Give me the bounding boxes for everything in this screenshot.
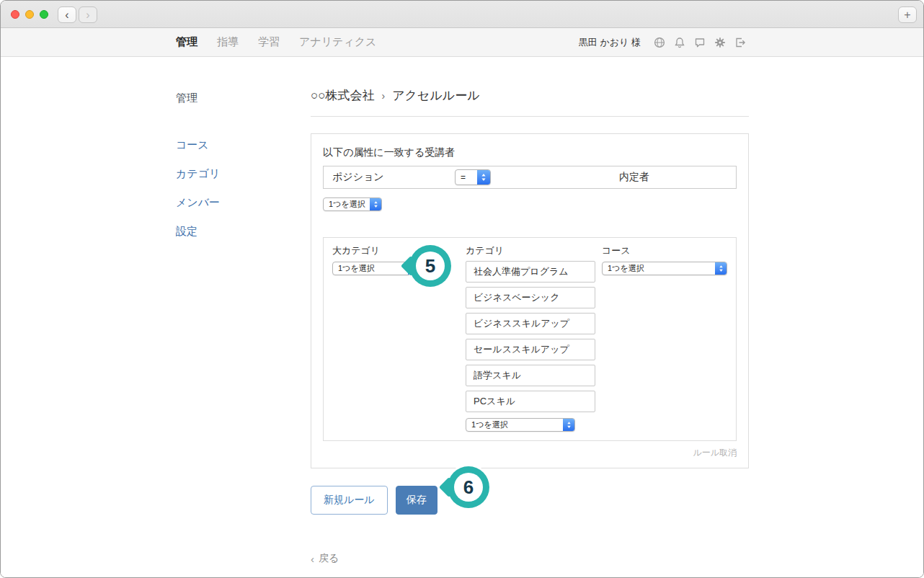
course-select[interactable]: 1つを選択 — [602, 262, 727, 275]
category-item[interactable]: PCスキル — [466, 391, 595, 412]
category-column: カテゴリ 社会人準備プログラム ビジネスベーシック ビジネススキルアップ セール… — [466, 245, 602, 432]
condition-value: 内定者 — [619, 171, 649, 184]
select-stepper-icon — [477, 170, 490, 184]
chat-icon[interactable] — [694, 37, 706, 48]
breadcrumb-company[interactable]: ○○株式会社 — [311, 87, 375, 105]
category-selection-panel: 大カテゴリ 1つを選択 カテゴリ 社会人準備プログラム ビジネスベーシック ビジ… — [323, 237, 737, 441]
minimize-window-button[interactable] — [25, 10, 34, 19]
add-condition-select[interactable]: 1つを選択 — [323, 197, 382, 211]
globe-icon[interactable] — [654, 37, 665, 48]
category-item[interactable]: ビジネススキルアップ — [466, 313, 595, 334]
select-stepper-icon — [370, 198, 381, 210]
course-column: コース 1つを選択 — [602, 245, 727, 432]
callout-step-6: 6 — [448, 466, 489, 508]
new-tab-button[interactable]: + — [898, 6, 917, 23]
condition-attribute-label: ポジション — [324, 171, 455, 184]
sidebar-title: 管理 — [176, 92, 284, 105]
nav-tab-kanri[interactable]: 管理 — [176, 35, 197, 49]
browser-forward-button[interactable]: › — [79, 6, 97, 23]
operator-select-value: = — [456, 170, 477, 184]
close-window-button[interactable] — [11, 10, 19, 19]
nav-tab-gakushuu[interactable]: 学習 — [258, 35, 280, 49]
nav-tab-shidou[interactable]: 指導 — [217, 35, 239, 49]
category-item[interactable]: 語学スキル — [466, 365, 595, 386]
breadcrumb-divider — [311, 116, 749, 117]
back-link-label: 戻る — [319, 552, 339, 565]
select-stepper-icon — [715, 262, 727, 275]
callout-step-5: 5 — [409, 245, 451, 287]
gear-icon[interactable] — [714, 37, 726, 48]
save-button[interactable]: 保存 — [396, 486, 437, 515]
action-buttons: 新規ルール 保存 — [311, 486, 749, 515]
category-select-value: 1つを選択 — [466, 419, 563, 431]
access-rule-panel: 以下の属性に一致する受講者 ポジション = 内定者 1つを選択 — [311, 133, 749, 468]
callout-number: 5 — [416, 252, 445, 280]
chevron-right-icon: › — [382, 87, 386, 105]
bell-icon[interactable] — [674, 37, 685, 48]
category-item[interactable]: セールススキルアップ — [466, 339, 595, 360]
window-controls — [11, 10, 48, 19]
large-category-select-value: 1つを選択 — [333, 262, 408, 275]
add-condition-select-value: 1つを選択 — [324, 198, 370, 210]
app-window: ‹ › + 管理 指導 学習 アナリティクス 黒田 かおり 様 — [0, 0, 924, 578]
rule-panel-heading: 以下の属性に一致する受講者 — [323, 146, 737, 159]
category-header: カテゴリ — [466, 245, 602, 257]
breadcrumb-page-title: アクセルルール — [392, 87, 479, 105]
breadcrumb: ○○株式会社 › アクセルルール — [311, 87, 749, 105]
user-name: 黒田 かおり 様 — [579, 36, 641, 49]
back-link[interactable]: ‹ 戻る — [311, 552, 749, 565]
zoom-window-button[interactable] — [40, 10, 48, 19]
logout-icon[interactable] — [734, 37, 746, 48]
category-item[interactable]: ビジネスベーシック — [466, 287, 595, 308]
plus-icon: + — [904, 9, 910, 22]
nav-tab-analytics[interactable]: アナリティクス — [299, 35, 376, 49]
chevron-left-icon: ‹ — [311, 553, 314, 565]
chevron-left-icon: ‹ — [65, 9, 68, 22]
browser-back-button[interactable]: ‹ — [58, 6, 76, 23]
user-menu: 黒田 かおり 様 — [579, 28, 746, 56]
category-item[interactable]: 社会人準備プログラム — [466, 261, 595, 283]
course-select-value: 1つを選択 — [603, 262, 715, 275]
sidebar-item-settings[interactable]: 設定 — [176, 224, 284, 238]
category-select[interactable]: 1つを選択 — [466, 418, 575, 432]
add-condition-row: 1つを選択 — [323, 197, 737, 211]
sidebar-item-category[interactable]: カテゴリ — [176, 166, 284, 180]
select-stepper-icon — [563, 419, 574, 431]
sidebar-item-member[interactable]: メンバー — [176, 195, 284, 209]
condition-operator-select[interactable]: = — [455, 169, 491, 185]
window-titlebar: ‹ › + — [1, 1, 923, 28]
callout-number: 6 — [454, 473, 483, 502]
new-rule-button[interactable]: 新規ルール — [311, 486, 388, 515]
main-nav: 管理 指導 学習 アナリティクス — [176, 28, 376, 56]
main-area: ○○株式会社 › アクセルルール 以下の属性に一致する受講者 ポジション = 内… — [311, 87, 749, 565]
top-navbar: 管理 指導 学習 アナリティクス 黒田 かおり 様 — [1, 28, 923, 57]
course-header: コース — [602, 245, 727, 257]
cancel-rule-link[interactable]: ルール取消 — [323, 447, 737, 459]
sidebar: 管理 コース カテゴリ メンバー 設定 — [176, 92, 284, 253]
chevron-right-icon: › — [86, 9, 89, 22]
sidebar-item-course[interactable]: コース — [176, 138, 284, 151]
condition-row: ポジション = 内定者 — [323, 166, 737, 189]
